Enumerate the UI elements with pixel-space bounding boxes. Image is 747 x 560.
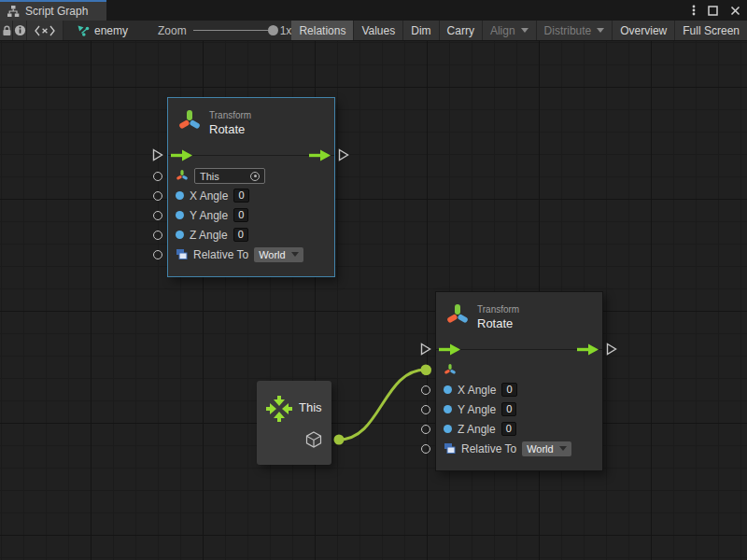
tab-title: Script Graph — [25, 5, 88, 18]
relative-to-port-row[interactable]: Relative To World — [436, 439, 602, 458]
node-header[interactable]: Transform Rotate — [436, 292, 602, 339]
relative-to-value: World — [259, 249, 286, 260]
dim-button[interactable]: Dim — [403, 21, 439, 40]
flow-input-port[interactable] — [420, 343, 431, 356]
y-angle-label: Y Angle — [190, 209, 228, 222]
x-angle-port-row[interactable]: X Angle 0 — [436, 380, 602, 399]
info-icon — [14, 24, 26, 36]
transform-mini-icon — [176, 169, 189, 183]
target-input-port[interactable] — [153, 172, 162, 181]
x-angle-field[interactable]: 0 — [501, 383, 516, 397]
value-port-dot — [176, 211, 184, 219]
target-object-field[interactable]: This — [194, 168, 265, 184]
value-port-dot — [444, 385, 452, 394]
flow-in-arrow-icon[interactable] — [439, 343, 461, 356]
z-angle-field[interactable]: 0 — [233, 228, 248, 242]
flow-row — [168, 145, 334, 166]
y-angle-field[interactable]: 0 — [233, 208, 248, 222]
tab-script-graph[interactable]: Script Graph — [0, 0, 106, 21]
y-angle-port-row[interactable]: Y Angle 0 — [168, 205, 334, 225]
this-node[interactable]: This — [257, 381, 331, 465]
x-angle-input-port[interactable] — [153, 191, 162, 201]
zoom-slider[interactable] — [193, 30, 274, 31]
flow-out-arrow-icon[interactable] — [309, 149, 331, 161]
y-angle-port-row[interactable]: Y Angle 0 — [436, 399, 602, 419]
lock-button[interactable] — [0, 21, 13, 40]
x-angle-input-port[interactable] — [421, 385, 430, 395]
rotate-node-bottom[interactable]: Transform Rotate X Angle 0 Y — [435, 291, 603, 471]
enum-icon — [176, 248, 188, 260]
y-angle-input-port[interactable] — [153, 211, 162, 220]
flow-input-port[interactable] — [152, 148, 163, 161]
z-angle-port-row[interactable]: Z Angle 0 — [436, 419, 602, 439]
graph-canvas[interactable]: Transform Rotate This X An — [0, 41, 747, 560]
relative-to-label: Relative To — [461, 442, 516, 455]
relative-to-value: World — [527, 443, 554, 455]
value-port-dot — [176, 231, 184, 239]
close-icon[interactable] — [730, 6, 740, 16]
script-graph-asset-icon — [77, 24, 90, 37]
dropdown-arrow-icon — [291, 252, 299, 257]
z-angle-field[interactable]: 0 — [501, 422, 516, 436]
self-icon — [263, 393, 295, 425]
target-input-port-connected[interactable] — [421, 365, 431, 375]
node-header[interactable]: Transform Rotate — [168, 98, 334, 145]
dim-label: Dim — [411, 24, 430, 37]
transform-mini-icon — [444, 363, 457, 377]
kebab-menu-icon[interactable] — [692, 4, 696, 17]
value-port-dot — [444, 425, 452, 433]
flow-out-arrow-icon[interactable] — [577, 343, 599, 356]
flow-output-port[interactable] — [606, 343, 617, 356]
target-port-row[interactable] — [436, 360, 602, 380]
value-port-dot — [176, 191, 184, 200]
fullscreen-button[interactable]: Full Screen — [675, 21, 747, 40]
z-angle-input-port[interactable] — [421, 425, 430, 434]
wire-source-dot[interactable] — [334, 435, 345, 445]
tab-bar: Script Graph — [0, 0, 747, 21]
z-angle-input-port[interactable] — [153, 231, 162, 240]
relations-label: Relations — [299, 24, 345, 37]
values-button[interactable]: Values — [354, 21, 403, 40]
target-port-row[interactable]: This — [168, 166, 334, 186]
relative-to-label: Relative To — [193, 248, 248, 261]
relative-to-dropdown[interactable]: World — [522, 441, 571, 456]
chevron-down-icon — [597, 28, 604, 33]
wire-this-to-rotate[interactable] — [339, 370, 426, 440]
connection-layer — [0, 41, 747, 560]
graph-name: enemy — [94, 24, 128, 37]
gameobject-cube-icon — [304, 430, 323, 449]
code-preview-button[interactable] — [27, 21, 63, 40]
overview-button[interactable]: Overview — [613, 21, 675, 40]
x-angle-field[interactable]: 0 — [233, 189, 248, 203]
relative-to-input-port[interactable] — [153, 250, 162, 259]
z-angle-port-row[interactable]: Z Angle 0 — [168, 225, 334, 245]
carry-button[interactable]: Carry — [440, 21, 483, 40]
align-button: Align — [483, 21, 537, 40]
object-picker-icon[interactable] — [250, 172, 260, 181]
relations-button[interactable]: Relations — [291, 21, 354, 40]
y-angle-input-port[interactable] — [421, 405, 430, 414]
graph-breadcrumb[interactable]: enemy — [63, 21, 137, 40]
x-angle-port-row[interactable]: X Angle 0 — [168, 186, 334, 205]
node-category: Transform — [209, 110, 251, 120]
distribute-label: Distribute — [544, 24, 592, 37]
graph-hierarchy-icon — [7, 5, 20, 18]
rotate-node-top[interactable]: Transform Rotate This X An — [167, 97, 335, 277]
relative-to-port-row[interactable]: Relative To World — [168, 245, 334, 264]
value-port-dot — [444, 405, 452, 413]
relative-to-input-port[interactable] — [421, 444, 430, 454]
flow-output-port[interactable] — [338, 148, 349, 161]
relative-to-dropdown[interactable]: World — [254, 247, 303, 262]
info-button[interactable] — [13, 21, 26, 40]
maximize-icon[interactable] — [708, 6, 718, 16]
overview-label: Overview — [620, 24, 667, 37]
window-controls — [692, 0, 740, 21]
code-cross-icon — [35, 25, 55, 36]
node-title: Rotate — [477, 316, 513, 330]
transform-icon — [445, 302, 470, 329]
this-node-label: This — [299, 400, 322, 414]
zoom-slider-handle[interactable] — [268, 25, 278, 35]
y-angle-field[interactable]: 0 — [501, 402, 516, 416]
flow-in-arrow-icon[interactable] — [171, 149, 193, 161]
node-title: Rotate — [209, 122, 245, 136]
